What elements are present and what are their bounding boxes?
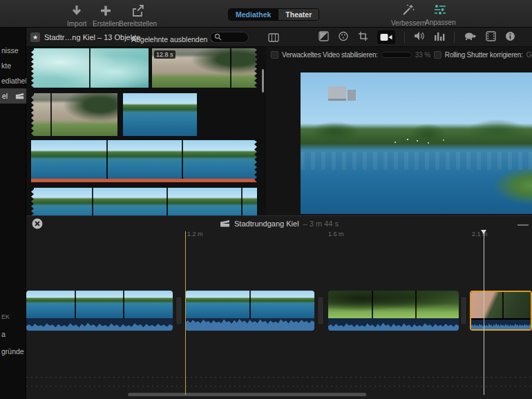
crop-icon[interactable]: [358, 31, 368, 44]
timeline-clip-lake-1[interactable]: [26, 291, 173, 331]
adjust-label: Anpassen: [425, 19, 455, 26]
frame-divider: [372, 291, 373, 318]
stabilize-slider[interactable]: [381, 52, 412, 58]
adjust-button[interactable]: Anpassen: [425, 4, 455, 26]
media-clip-lake-rejected[interactable]: [31, 140, 257, 182]
rolling-shutter-checkbox[interactable]: [434, 51, 441, 59]
frame-divider: [249, 291, 251, 318]
create-label: Erstellen: [93, 20, 120, 28]
frame-divider: [50, 93, 52, 136]
ruler-mark: 1.2 m: [187, 231, 203, 237]
sidebar-item-projekte[interactable]: kte: [1, 61, 11, 70]
project-title-bar: Stadtrundgang Kiel – 3 m 44 s: [26, 219, 532, 228]
rejected-marker: [31, 179, 257, 182]
browser-header: ★ Stadtr…ng Kiel – 13 Objekte Abgelehnte…: [26, 28, 532, 47]
frame-divider: [123, 291, 124, 318]
rolling-shutter-label: Rolling Shutter korrigieren:: [445, 51, 523, 59]
building-silhouette: [348, 90, 356, 101]
info-icon[interactable]: [505, 31, 515, 44]
stabilize-value: 33 %: [415, 51, 430, 59]
contrast-icon[interactable]: [319, 31, 329, 44]
tab-mediathek[interactable]: Mediathek: [229, 9, 278, 20]
import-icon: [70, 5, 84, 19]
effects-film-icon[interactable]: [486, 31, 496, 44]
building-silhouette: [328, 86, 346, 101]
sidebar-item-mediathek[interactable]: ediathek: [1, 77, 29, 85]
favorites-star-icon: ★: [30, 32, 40, 42]
birds-dots: [407, 139, 408, 140]
stabilize-label: Verwackeltes Video stabilisieren:: [282, 51, 378, 59]
volume-icon[interactable]: [414, 31, 425, 43]
timeline-clip-park[interactable]: [328, 291, 459, 331]
sidebar-item-ereignisse[interactable]: nisse: [1, 46, 19, 55]
timeline-clip-lake-2[interactable]: [185, 291, 314, 331]
audio-waveform: [328, 318, 459, 331]
import-button[interactable]: Import: [67, 5, 86, 28]
sidebar-item-kiel-selected[interactable]: el: [0, 88, 26, 104]
playhead[interactable]: [484, 231, 484, 395]
tab-theater[interactable]: Theater: [278, 9, 319, 20]
media-clip-clouds[interactable]: [31, 48, 149, 88]
sidebar-item-hintergruende[interactable]: gründe: [1, 347, 24, 356]
speed-turtle-icon[interactable]: [464, 31, 477, 43]
project-duration: – 3 m 44 s: [303, 220, 339, 228]
water-glint: [301, 152, 532, 171]
clip-filmstrip: [185, 291, 314, 318]
video-camera-icon[interactable]: [377, 30, 395, 44]
viewer-toolbar: [319, 28, 515, 47]
preview-viewer: [301, 72, 532, 214]
frame-divider: [502, 292, 504, 318]
clapboard-icon: [220, 219, 230, 228]
audio-levels-icon[interactable]: [434, 31, 445, 43]
sidebar: nisse kte ediathek el EK a gründe: [0, 28, 26, 399]
skimmer-line[interactable]: [185, 231, 186, 395]
view-switcher: Mediathek Theater: [228, 8, 319, 21]
sliders-icon: [433, 4, 447, 18]
search-input[interactable]: [224, 34, 247, 41]
import-label: Import: [67, 20, 86, 28]
transition-marker[interactable]: [460, 296, 467, 325]
filmstrip-view-button[interactable]: [268, 32, 279, 45]
audio-waveform: [26, 318, 173, 331]
timeline-clip-path-selected[interactable]: [470, 291, 532, 331]
enhance-button[interactable]: Verbessern: [391, 3, 426, 27]
media-clip-lake[interactable]: [123, 93, 197, 136]
clip-filmstrip: [328, 291, 459, 318]
frame-divider: [241, 188, 243, 215]
filter-dropdown[interactable]: Abgelehnte ausblenden: [131, 33, 215, 46]
toolbar-divider: [454, 32, 455, 43]
frame-divider: [75, 291, 76, 318]
filmstrip-icon: [268, 32, 279, 44]
frame-divider: [89, 48, 91, 88]
transition-marker[interactable]: [317, 296, 324, 325]
timeline-scrollbar[interactable]: [128, 393, 366, 396]
sidebar-item-kamera[interactable]: a: [1, 330, 6, 338]
rolling-shutter-dropdown[interactable]: Gerin: [526, 51, 532, 59]
transition-marker[interactable]: [175, 296, 182, 325]
frame-divider: [167, 188, 168, 215]
create-button[interactable]: Erstellen: [93, 5, 120, 28]
sidebar-item-label: el: [2, 92, 8, 100]
timeline-settings-dash[interactable]: [517, 224, 529, 226]
magic-wand-icon: [401, 3, 415, 19]
enhance-label: Verbessern: [391, 19, 426, 27]
share-button[interactable]: Bereitstellen: [119, 5, 157, 28]
clip-filmstrip: [471, 292, 531, 318]
viewer-pane: Verwackeltes Video stabilisieren: 33 % R…: [266, 47, 532, 215]
clip-duration-badge: 12.8 s: [154, 50, 175, 59]
empty-track-guide: [26, 377, 532, 378]
timeline-section: Stadtrundgang Kiel – 3 m 44 s 1.2 m 1.6 …: [26, 215, 532, 399]
top-toolbar: Import Erstellen Bereitstellen Mediathek…: [0, 0, 532, 28]
frame-divider: [415, 291, 417, 318]
media-clip-street-cont[interactable]: [31, 93, 117, 136]
clapboard-icon: [15, 90, 24, 102]
search-field[interactable]: [210, 32, 249, 43]
color-palette-icon[interactable]: [338, 31, 349, 44]
browser-scrollbar[interactable]: [262, 69, 264, 93]
sidebar-section-mediathek: EK: [1, 313, 10, 320]
frame-divider: [92, 188, 93, 215]
media-clip-lake-cont[interactable]: [31, 188, 257, 215]
media-clip-street[interactable]: 12.8 s: [152, 48, 257, 88]
stabilize-checkbox[interactable]: [271, 51, 278, 59]
frame-divider: [230, 48, 231, 88]
